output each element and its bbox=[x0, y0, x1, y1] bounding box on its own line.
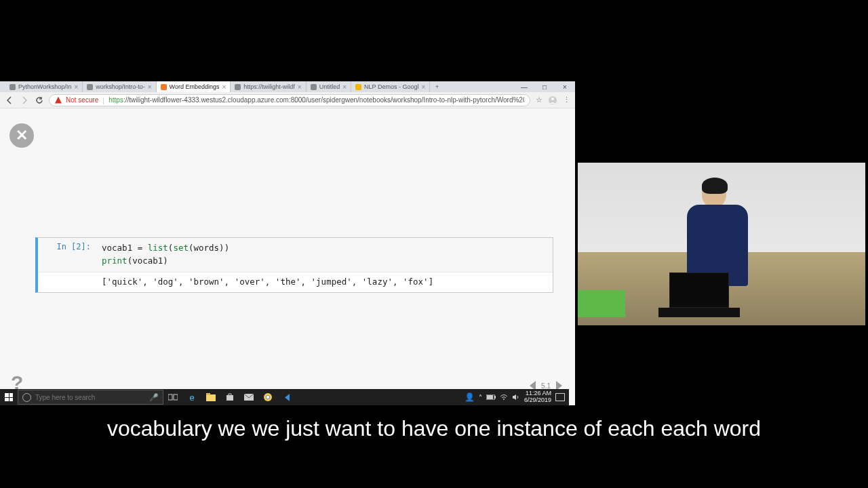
svg-rect-3 bbox=[174, 394, 178, 400]
tab-nlp-demos[interactable]: NLP Demos - Googl × bbox=[351, 81, 430, 92]
svg-rect-2 bbox=[168, 394, 172, 400]
task-view-button[interactable] bbox=[163, 389, 182, 405]
svg-rect-5 bbox=[206, 393, 210, 395]
minimize-button[interactable]: — bbox=[514, 81, 534, 92]
close-icon[interactable]: × bbox=[148, 83, 152, 91]
warning-icon bbox=[55, 97, 62, 104]
close-icon[interactable]: × bbox=[298, 83, 302, 91]
kebab-menu-icon[interactable]: ⋮ bbox=[561, 96, 571, 105]
address-bar: Not secure | https://twilight-wildflower… bbox=[0, 92, 575, 108]
maximize-button[interactable]: □ bbox=[534, 81, 555, 92]
cortana-icon bbox=[22, 393, 31, 402]
taskbar-search-input[interactable] bbox=[35, 394, 145, 401]
mail-icon[interactable] bbox=[239, 389, 258, 405]
tray-chevron-icon[interactable]: ˄ bbox=[479, 394, 482, 401]
cell-code[interactable]: vocab1 = list(set(words)) print(vocab1) bbox=[96, 238, 553, 272]
svg-rect-12 bbox=[494, 396, 496, 399]
close-window-button[interactable]: × bbox=[555, 81, 575, 92]
code-cell[interactable]: In [2]: vocab1 = list(set(words)) print(… bbox=[35, 237, 553, 293]
tab-workshop-intro[interactable]: workshop/Intro-to- × bbox=[83, 81, 156, 92]
svg-point-10 bbox=[267, 396, 269, 399]
bookmark-star-icon[interactable]: ☆ bbox=[534, 96, 544, 105]
webcam-video-inset bbox=[578, 163, 865, 325]
tab-label: NLP Demos - Googl bbox=[364, 83, 418, 90]
taskbar-search[interactable]: 🎤 bbox=[18, 390, 163, 405]
tab-word-embeddings[interactable]: Word Embeddings × bbox=[157, 81, 231, 92]
wifi-icon[interactable] bbox=[500, 394, 508, 401]
reload-button[interactable] bbox=[34, 95, 45, 106]
slide-page-number: 5.1 bbox=[541, 382, 551, 390]
close-icon[interactable]: × bbox=[74, 83, 78, 91]
windows-logo-icon bbox=[5, 393, 13, 401]
not-secure-label: Not secure bbox=[66, 96, 98, 104]
exit-slideshow-button[interactable]: ✕ bbox=[9, 123, 34, 148]
tab-label: Word Embeddings bbox=[170, 83, 220, 90]
close-icon[interactable]: × bbox=[222, 83, 226, 91]
presenter-laptop bbox=[658, 272, 740, 319]
cell-output: ['quick', 'dog', 'brown', 'over', 'the',… bbox=[38, 272, 553, 292]
tab-label: workshop/Intro-to- bbox=[96, 83, 145, 90]
vscode-app-icon[interactable] bbox=[277, 389, 296, 405]
close-icon[interactable]: × bbox=[342, 83, 347, 91]
windows-taskbar: 🎤 e 👤 ˄ 11:26 AM 6/29/2019 bbox=[0, 389, 569, 405]
github-icon bbox=[9, 84, 16, 90]
url-box[interactable]: Not secure | https://twilight-wildflower… bbox=[49, 94, 530, 106]
favicon-icon bbox=[87, 84, 93, 90]
tab-python-workshop[interactable]: PythonWorkshop/In × bbox=[5, 81, 83, 92]
video-caption: vocabulary we we just want to have one i… bbox=[0, 415, 868, 443]
svg-rect-6 bbox=[226, 395, 233, 401]
close-icon[interactable]: × bbox=[421, 83, 425, 91]
svg-point-14 bbox=[503, 399, 505, 400]
tab-twilight[interactable]: https://twilight-wildf × bbox=[231, 81, 306, 92]
green-surface bbox=[578, 290, 625, 317]
url-text: https://twilight-wildflower-4333.westus2… bbox=[108, 96, 524, 104]
taskbar-clock[interactable]: 11:26 AM 6/29/2019 bbox=[524, 390, 551, 404]
tab-label: PythonWorkshop/In bbox=[18, 83, 71, 90]
store-icon[interactable] bbox=[220, 389, 239, 405]
start-button[interactable] bbox=[0, 389, 18, 405]
microphone-icon[interactable]: 🎤 bbox=[149, 393, 159, 402]
tab-label: https://twilight-wildf bbox=[243, 83, 295, 90]
jupyter-icon bbox=[161, 84, 167, 90]
file-explorer-icon[interactable] bbox=[201, 389, 220, 405]
people-icon[interactable]: 👤 bbox=[465, 392, 475, 402]
profile-avatar-icon[interactable] bbox=[548, 96, 557, 105]
svg-rect-13 bbox=[487, 395, 493, 399]
svg-point-1 bbox=[551, 98, 554, 100]
window-controls: — □ × bbox=[514, 81, 575, 92]
tab-label: Untitled bbox=[319, 83, 340, 90]
forward-button[interactable] bbox=[19, 95, 30, 106]
edge-app-icon[interactable]: e bbox=[182, 389, 201, 405]
favicon-icon bbox=[235, 84, 241, 90]
battery-icon[interactable] bbox=[486, 394, 496, 400]
volume-icon[interactable] bbox=[512, 394, 520, 401]
favicon-icon bbox=[311, 84, 317, 90]
system-tray: 👤 ˄ 11:26 AM 6/29/2019 bbox=[465, 390, 569, 404]
chrome-app-icon[interactable] bbox=[258, 389, 277, 405]
svg-rect-4 bbox=[206, 394, 216, 401]
clock-date: 6/29/2019 bbox=[524, 397, 551, 404]
slides-icon bbox=[355, 84, 361, 90]
browser-window: PythonWorkshop/In × workshop/Intro-to- ×… bbox=[0, 81, 575, 405]
notebook-slide-area: ✕ ? In [2]: vocab1 = list(set(words)) pr… bbox=[0, 108, 575, 405]
cell-input: In [2]: vocab1 = list(set(words)) print(… bbox=[38, 238, 553, 272]
action-center-icon[interactable] bbox=[555, 393, 565, 401]
back-button[interactable] bbox=[4, 95, 15, 106]
tab-strip: PythonWorkshop/In × workshop/Intro-to- ×… bbox=[0, 81, 575, 92]
cell-prompt: In [2]: bbox=[38, 238, 96, 272]
new-tab-button[interactable]: + bbox=[430, 81, 443, 92]
tab-untitled[interactable]: Untitled × bbox=[307, 81, 351, 92]
